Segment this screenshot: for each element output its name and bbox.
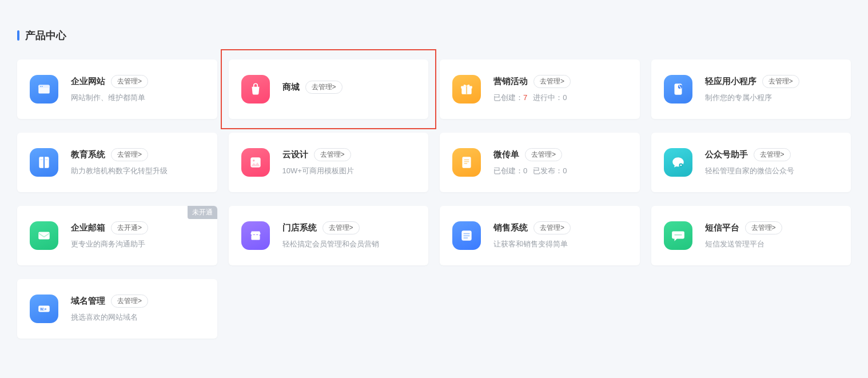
- manage-button[interactable]: 去管理>: [533, 221, 571, 234]
- card-body: 微传单去管理>已创建：0已发布：0: [493, 148, 627, 176]
- svg-rect-6: [466, 86, 467, 94]
- manage-button[interactable]: 去管理>: [745, 221, 782, 234]
- card-body: 企业邮箱去开通>更专业的商务沟通助手: [71, 221, 205, 249]
- card-body: 云设计去管理>10W+可商用模板图片: [282, 148, 416, 176]
- storefront-icon: [241, 221, 270, 250]
- card-body: 短信平台去管理>短信发送管理平台: [705, 221, 839, 249]
- product-card-miniapp[interactable]: 轻应用小程序去管理>制作您的专属小程序: [651, 59, 851, 119]
- card-desc: 更专业的商务沟通助手: [71, 239, 205, 249]
- svg-point-3: [42, 86, 43, 87]
- section-title-text: 产品中心: [25, 29, 66, 42]
- mobile-miniapp-icon: [664, 75, 692, 104]
- svg-rect-25: [674, 234, 682, 236]
- manage-button[interactable]: 去管理>: [754, 148, 791, 161]
- gift-icon: [452, 75, 481, 104]
- product-card-wechat-assistant[interactable]: 公众号助手去管理>轻松管理自家的微信公众号: [651, 133, 851, 192]
- card-title: 域名管理: [71, 296, 105, 307]
- card-title: 门店系统: [282, 222, 317, 233]
- card-desc: 网站制作、维护都简单: [71, 93, 205, 103]
- card-body: 营销活动去管理>已创建：7进行中：0: [493, 75, 627, 103]
- card-desc: 短信发送管理平台: [705, 239, 839, 249]
- manage-button[interactable]: 去管理>: [111, 75, 148, 88]
- product-card-micro-flyer[interactable]: 微传单去管理>已创建：0已发布：0: [440, 133, 640, 192]
- manage-button[interactable]: 去管理>: [111, 148, 148, 161]
- card-title: 轻应用小程序: [705, 76, 756, 87]
- svg-rect-23: [464, 235, 470, 236]
- product-card-sales-system[interactable]: 销售系统去管理>让获客和销售变得简单: [440, 206, 640, 265]
- card-desc: 让获客和销售变得简单: [493, 239, 627, 249]
- manage-button[interactable]: 去管理>: [111, 295, 148, 308]
- product-card-sms[interactable]: 短信平台去管理>短信发送管理平台: [651, 206, 851, 265]
- manage-button[interactable]: 去开通>: [111, 221, 148, 234]
- product-card-domain[interactable]: W.=域名管理去管理>挑选喜欢的网站域名: [17, 279, 217, 339]
- card-title: 云设计: [282, 149, 308, 160]
- card-body: 门店系统去管理>轻松搞定会员管理和会员营销: [282, 221, 416, 249]
- card-desc: 已创建：0已发布：0: [493, 166, 627, 176]
- product-card-website[interactable]: 企业网站去管理>网站制作、维护都简单: [17, 59, 217, 119]
- card-title: 企业邮箱: [71, 222, 105, 233]
- svg-rect-16: [464, 163, 467, 164]
- section-title-bar: [17, 30, 19, 41]
- card-title: 教育系统: [71, 149, 105, 160]
- card-desc: 助力教培机构数字化转型升级: [71, 166, 205, 176]
- list-icon: [452, 221, 481, 250]
- card-body: 商城去管理>: [282, 81, 416, 98]
- chat-icon: [664, 221, 692, 250]
- svg-text:W.=: W.=: [40, 307, 47, 311]
- card-body: 企业网站去管理>网站制作、维护都简单: [71, 75, 205, 103]
- arrow-annotation: [0, 356, 868, 378]
- card-body: 公众号助手去管理>轻松管理自家的微信公众号: [705, 148, 839, 176]
- card-desc: 轻松搞定会员管理和会员营销: [282, 239, 416, 249]
- svg-point-12: [253, 160, 254, 161]
- svg-rect-20: [251, 235, 260, 240]
- manage-button[interactable]: 去管理>: [314, 148, 351, 161]
- card-desc: 已创建：7进行中：0: [493, 93, 627, 103]
- card-desc: 挑选喜欢的网站域名: [71, 312, 205, 323]
- svg-rect-19: [38, 232, 50, 240]
- card-title: 短信平台: [705, 222, 739, 233]
- card-title: 公众号助手: [705, 149, 748, 160]
- book-icon: [30, 148, 58, 177]
- product-card-store-system[interactable]: 门店系统去管理>轻松搞定会员管理和会员营销: [229, 206, 429, 265]
- product-card-marketing[interactable]: 营销活动去管理>已创建：7进行中：0: [440, 59, 640, 119]
- svg-rect-22: [464, 233, 470, 234]
- svg-rect-10: [45, 160, 47, 160]
- svg-rect-14: [464, 160, 469, 161]
- card-desc: 制作您的专属小程序: [705, 93, 839, 103]
- manage-button[interactable]: 去管理>: [305, 81, 343, 94]
- card-title: 商城: [282, 82, 300, 93]
- flyer-icon: [452, 148, 481, 177]
- product-grid: 企业网站去管理>网站制作、维护都简单商城去管理>营销活动去管理>已创建：7进行中…: [17, 59, 851, 339]
- product-card-email[interactable]: 企业邮箱去开通>更专业的商务沟通助手未开通: [17, 206, 217, 265]
- card-title: 微传单: [493, 149, 519, 160]
- svg-rect-9: [41, 160, 43, 160]
- image-icon: [241, 148, 270, 177]
- svg-point-2: [40, 86, 41, 87]
- svg-rect-13: [462, 157, 471, 168]
- svg-rect-15: [464, 161, 469, 162]
- manage-button[interactable]: 去管理>: [762, 75, 799, 88]
- wechat-gear-icon: [664, 148, 692, 177]
- browser-window-icon: [30, 75, 58, 104]
- section-title: 产品中心: [17, 29, 851, 42]
- card-body: 域名管理去管理>挑选喜欢的网站域名: [71, 295, 205, 323]
- card-body: 销售系统去管理>让获客和销售变得简单: [493, 221, 627, 249]
- shopping-bag-icon: [241, 75, 270, 104]
- svg-rect-24: [464, 237, 468, 238]
- card-title: 销售系统: [493, 222, 528, 233]
- card-desc: 10W+可商用模板图片: [282, 166, 416, 176]
- product-card-cloud-design[interactable]: 云设计去管理>10W+可商用模板图片: [229, 133, 429, 192]
- card-body: 轻应用小程序去管理>制作您的专属小程序: [705, 75, 839, 103]
- product-card-education[interactable]: 教育系统去管理>助力教培机构数字化转型升级: [17, 133, 217, 192]
- card-desc: 轻松管理自家的微信公众号: [705, 166, 839, 176]
- manage-button[interactable]: 去管理>: [322, 221, 360, 234]
- manage-button[interactable]: 去管理>: [533, 75, 571, 88]
- domain-icon: W.=: [30, 295, 58, 323]
- card-title: 营销活动: [493, 76, 528, 87]
- svg-point-18: [680, 164, 682, 166]
- status-tag: 未开通: [188, 206, 217, 219]
- manage-button[interactable]: 去管理>: [525, 148, 562, 161]
- envelope-icon: [30, 221, 58, 250]
- card-title: 企业网站: [71, 76, 105, 87]
- product-card-mall[interactable]: 商城去管理>: [229, 59, 429, 119]
